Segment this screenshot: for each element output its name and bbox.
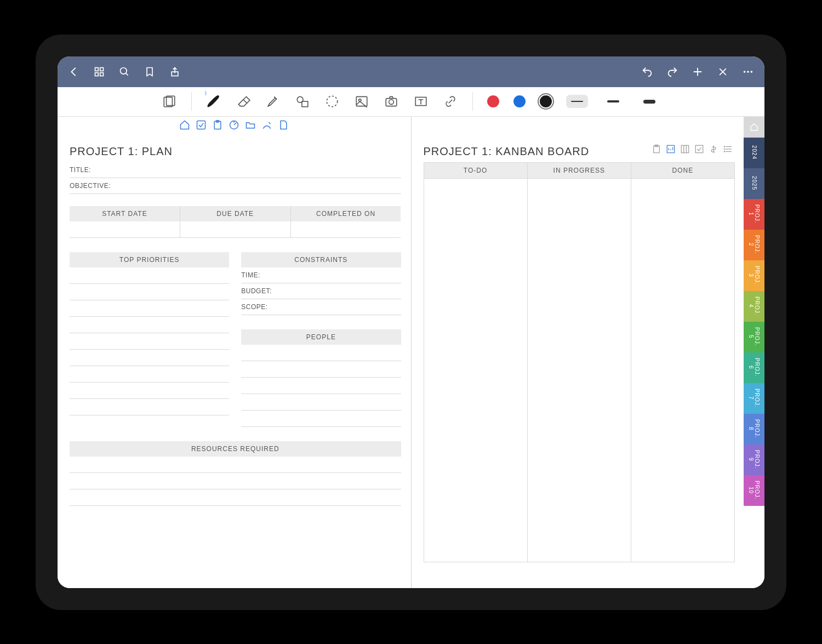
pen-tool-icon[interactable]: ᛒ [206,94,221,109]
stroke-thin[interactable] [566,95,588,108]
priorities-section: TOP PRIORITIES [70,252,229,427]
svg-line-5 [126,73,128,75]
svg-point-4 [121,67,127,74]
constraint-time[interactable]: TIME: [241,267,401,283]
kanban-col-in-progress[interactable]: IN PROGRESS [527,163,631,562]
side-tab-2025[interactable]: 2025 [744,168,764,199]
completed-on-header: COMPLETED ON [291,206,401,221]
close-icon[interactable] [716,65,729,78]
bluetooth-indicator-icon: ᛒ [204,90,207,96]
highlighter-tool-icon[interactable] [265,94,281,109]
kanban-col-todo[interactable]: TO-DO [424,163,527,562]
priority-row[interactable] [70,300,229,317]
app-screen: ᛒ [58,56,764,588]
redo-icon[interactable] [666,65,679,78]
side-tabs: 20242025PROJ. 1PROJ. 2PROJ. 3PROJ. 4PROJ… [744,117,764,588]
people-row[interactable] [241,361,401,378]
priority-row[interactable] [70,317,229,333]
share-icon[interactable] [168,65,181,78]
due-date-cell[interactable] [180,221,290,238]
stroke-medium[interactable] [602,95,624,108]
stroke-thick[interactable] [638,95,660,108]
nav-goal-icon[interactable] [229,119,239,130]
image-tool-icon[interactable] [354,94,369,109]
nav-draw-icon[interactable] [261,119,272,130]
side-tab-proj-10[interactable]: PROJ. 10 [744,475,764,506]
side-tab-proj-9[interactable]: PROJ. 9 [744,444,764,475]
link-tool-icon[interactable] [443,94,458,109]
add-icon[interactable] [691,65,704,78]
camera-tool-icon[interactable] [384,94,399,109]
field-objective[interactable]: OBJECTIVE: [70,178,401,194]
priority-row[interactable] [70,366,229,383]
side-tab-proj-2[interactable]: PROJ. 2 [744,230,764,260]
notebook-spread: PROJECT 1: PLAN TITLE: OBJECTIVE: START … [58,117,764,588]
people-row[interactable] [241,345,401,361]
kanban-head-done: DONE [631,163,734,179]
shapes-tool-icon[interactable] [295,94,310,109]
resource-row[interactable] [70,489,401,506]
nav-clipboard-icon[interactable] [212,119,223,130]
kanban-col-done[interactable]: DONE [631,163,734,562]
priority-row[interactable] [70,383,229,399]
date-table: START DATE DUE DATE COMPLETED ON [70,206,401,238]
nav-page-icon[interactable] [278,119,289,130]
side-tab-home[interactable] [744,117,764,138]
kanban-dollar-icon[interactable] [709,144,718,154]
grid-icon[interactable] [93,65,106,78]
priority-row[interactable] [70,350,229,366]
resource-row[interactable] [70,473,401,489]
side-tab-proj-4[interactable]: PROJ. 4 [744,291,764,322]
side-tab-proj-3[interactable]: PROJ. 3 [744,260,764,291]
more-icon[interactable] [741,65,755,78]
undo-icon[interactable] [641,65,654,78]
color-swatch-red[interactable] [487,95,499,107]
priority-row[interactable] [70,399,229,415]
read-mode-icon[interactable] [162,94,177,109]
kanban-nav-icons [652,144,733,154]
kanban-clipboard-icon[interactable] [652,144,661,154]
side-tab-proj-1[interactable]: PROJ. 1 [744,199,764,230]
eraser-tool-icon[interactable] [236,94,251,109]
constraint-budget[interactable]: BUDGET: [241,283,401,299]
side-tab-proj-5[interactable]: PROJ. 5 [744,322,764,352]
priority-row[interactable] [70,267,229,284]
nav-check-icon[interactable] [196,119,207,130]
text-tool-icon[interactable] [413,94,429,109]
kanban-list-icon[interactable] [723,144,733,154]
bookmark-icon[interactable] [143,65,156,78]
nav-folder-icon[interactable] [245,119,256,130]
left-page-title: PROJECT 1: PLAN [70,145,401,158]
field-title[interactable]: TITLE: [70,162,401,178]
start-date-cell[interactable] [70,221,180,238]
color-swatch-black[interactable] [540,95,552,107]
completed-on-cell[interactable] [291,221,401,238]
kanban-chart-icon[interactable] [666,144,676,154]
people-row[interactable] [241,378,401,394]
priority-row[interactable] [70,284,229,300]
svg-rect-19 [356,96,367,106]
side-tab-proj-6[interactable]: PROJ. 6 [744,352,764,383]
side-tab-proj-7[interactable]: PROJ. 7 [744,383,764,414]
people-row[interactable] [241,411,401,427]
back-icon[interactable] [67,65,81,78]
page-nav-icons [58,117,411,133]
side-tab-proj-8[interactable]: PROJ. 8 [744,414,764,444]
priority-row[interactable] [70,333,229,350]
svg-rect-31 [681,145,689,153]
kanban-head-todo: TO-DO [424,163,527,179]
search-icon[interactable] [118,65,131,78]
people-row[interactable] [241,394,401,411]
svg-point-18 [327,96,338,107]
lasso-tool-icon[interactable] [324,94,340,109]
side-tab-2024[interactable]: 2024 [744,138,764,168]
svg-rect-0 [95,67,99,71]
constraint-scope[interactable]: SCOPE: [241,299,401,315]
svg-point-13 [751,71,753,73]
nav-home-icon[interactable] [179,119,190,130]
kanban-check-icon[interactable] [694,144,704,154]
color-swatch-blue[interactable] [513,95,526,107]
resource-row[interactable] [70,457,401,473]
kanban-layout-icon[interactable] [680,144,690,154]
app-topbar [58,56,764,87]
